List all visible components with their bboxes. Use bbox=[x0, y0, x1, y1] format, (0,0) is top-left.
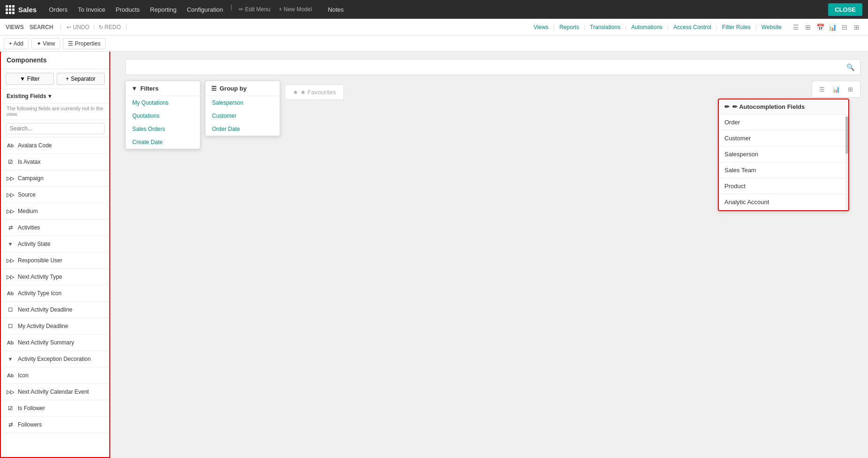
list-item[interactable]: Product bbox=[719, 178, 848, 194]
close-button[interactable]: CLOSE bbox=[828, 3, 862, 16]
list-item[interactable]: Analytic Account bbox=[719, 194, 848, 210]
list-item[interactable]: ☑ Is Avatax bbox=[1, 154, 109, 170]
nav-reporting[interactable]: Reporting bbox=[145, 3, 181, 16]
field-type-icon: ⇄ bbox=[6, 223, 15, 232]
list-item[interactable]: Salesperson bbox=[206, 96, 280, 109]
second-toolbar: VIEWS SEARCH ↩ UNDO | ↻ REDO Views | Rep… bbox=[0, 19, 868, 36]
calendar-view-icon[interactable]: 📅 bbox=[815, 22, 826, 33]
content-bar-icon[interactable]: 📊 bbox=[830, 83, 842, 95]
view-button[interactable]: ✦ View bbox=[31, 38, 60, 49]
field-type-icon: ☑ bbox=[6, 157, 15, 167]
nav-configuration[interactable]: Configuration bbox=[182, 3, 228, 16]
field-type-icon: ⇄ bbox=[6, 420, 15, 429]
separator-component-btn[interactable]: + Separator bbox=[57, 73, 105, 85]
autocomp-scroll-thumb bbox=[845, 116, 848, 154]
reports-link[interactable]: Reports bbox=[556, 22, 582, 32]
list-item[interactable]: ▷▷ Source bbox=[1, 187, 109, 203]
edit-menu-btn[interactable]: ✏ Edit Menu bbox=[235, 3, 274, 16]
views-label[interactable]: VIEWS bbox=[6, 24, 24, 31]
content-area: 🔍 ▼ Filters My QuotationsQuotationsSales… bbox=[110, 52, 868, 458]
list-item[interactable]: Quotations bbox=[126, 109, 200, 122]
field-item-label: Next Activity Deadline bbox=[18, 306, 72, 313]
list-item[interactable]: Ab Avalara Code bbox=[1, 137, 109, 154]
field-item-label: Source bbox=[18, 191, 36, 198]
field-type-icon: Ab bbox=[6, 289, 15, 298]
add-button[interactable]: + Add bbox=[4, 38, 29, 49]
list-item[interactable]: Create Date bbox=[126, 136, 200, 149]
list-item[interactable]: Customer bbox=[206, 109, 280, 122]
field-item-label: Is Avatax bbox=[18, 159, 40, 165]
app-title: Sales bbox=[18, 6, 37, 14]
list-item[interactable]: Ab Activity Type Icon bbox=[1, 285, 109, 302]
list-item[interactable]: ☑ Is Follower bbox=[1, 400, 109, 417]
list-item[interactable]: ▷▷ Next Activity Type bbox=[1, 269, 109, 285]
fields-search-input[interactable] bbox=[6, 123, 105, 134]
list-item[interactable]: ☐ Next Activity Deadline bbox=[1, 302, 109, 318]
content-view-icons: ☰ 📊 ⊞ bbox=[812, 81, 860, 98]
list-item[interactable]: ▷▷ Responsible User bbox=[1, 252, 109, 269]
properties-button[interactable]: ☰ Properties bbox=[63, 38, 106, 49]
notes-button[interactable]: Notes bbox=[323, 3, 349, 16]
content-grid-icon[interactable]: ⊞ bbox=[844, 83, 856, 95]
component-row: ▼ Filter + Separator bbox=[1, 69, 109, 89]
views-link[interactable]: Views bbox=[531, 22, 551, 32]
field-item-label: Activities bbox=[18, 224, 40, 231]
list-view-icon[interactable]: ☰ bbox=[790, 22, 801, 33]
search-preview-bar: 🔍 bbox=[125, 59, 860, 75]
list-item[interactable]: ▼ Activity Exception Decoration bbox=[1, 351, 109, 367]
field-item-label: Is Follower bbox=[18, 405, 45, 412]
list-item[interactable]: Sales Team bbox=[719, 162, 848, 178]
filter-dropdown: ▼ Filters My QuotationsQuotationsSales O… bbox=[125, 81, 200, 149]
list-item[interactable]: Order bbox=[719, 114, 848, 130]
list-item[interactable]: Order Date bbox=[206, 122, 280, 136]
star-icon: ★ bbox=[293, 89, 298, 96]
chevron-down-icon[interactable]: ▾ bbox=[48, 93, 51, 99]
list-item[interactable]: ☐ My Activity Deadline bbox=[1, 318, 109, 335]
field-item-label: Followers bbox=[18, 421, 42, 428]
grid-view-icon[interactable]: ⊞ bbox=[802, 22, 814, 33]
third-toolbar: + Add ✦ View ☰ Properties bbox=[0, 36, 868, 52]
field-item-label: Medium bbox=[18, 208, 38, 214]
website-link[interactable]: Website bbox=[759, 22, 784, 32]
translations-link[interactable]: Translations bbox=[587, 22, 623, 32]
field-item-label: Next Activity Calendar Event bbox=[18, 389, 89, 395]
autocomp-items-list: OrderCustomerSalespersonSales TeamProduc… bbox=[719, 114, 848, 210]
sidebar-title: Components bbox=[1, 52, 109, 69]
separator-icon: + bbox=[66, 76, 69, 82]
list-item[interactable]: ⇄ Activities bbox=[1, 220, 109, 236]
list-item[interactable]: ⇄ Followers bbox=[1, 417, 109, 433]
field-item-label: Icon bbox=[18, 372, 29, 379]
autocomp-scrollbar[interactable] bbox=[845, 116, 848, 210]
app-grid-icon[interactable] bbox=[6, 5, 15, 14]
autocomp-header: ✏ ✏ Autocompletion Fields bbox=[719, 99, 848, 114]
list-item[interactable]: Sales Orders bbox=[126, 122, 200, 136]
pivot-view-icon[interactable]: ⊟ bbox=[839, 22, 850, 33]
nav-orders[interactable]: Orders bbox=[44, 3, 72, 16]
access-control-link[interactable]: Access Control bbox=[670, 22, 714, 32]
filter-component-btn[interactable]: ▼ Filter bbox=[6, 73, 54, 85]
field-item-label: Campaign bbox=[18, 175, 44, 182]
automations-link[interactable]: Automations bbox=[628, 22, 665, 32]
chart-view-icon[interactable]: 📊 bbox=[827, 22, 838, 33]
list-item[interactable]: Customer bbox=[719, 130, 848, 146]
nav-products[interactable]: Products bbox=[111, 3, 144, 16]
undo-button[interactable]: ↩ UNDO bbox=[67, 24, 89, 31]
nav-separator: | bbox=[231, 3, 232, 16]
list-item[interactable]: My Quotations bbox=[126, 96, 200, 109]
left-sidebar: Components ▼ Filter + Separator Existing… bbox=[0, 52, 110, 458]
list-item[interactable]: Salesperson bbox=[719, 146, 848, 162]
list-item[interactable]: ▷▷ Next Activity Calendar Event bbox=[1, 384, 109, 400]
redo-button[interactable]: ↻ REDO bbox=[99, 24, 121, 31]
search-icon[interactable]: 🔍 bbox=[846, 63, 854, 71]
list-item[interactable]: ▼ Activity State bbox=[1, 236, 109, 252]
search-label[interactable]: SEARCH bbox=[30, 24, 53, 31]
content-list-icon[interactable]: ☰ bbox=[816, 83, 828, 95]
new-model-btn[interactable]: + New Model bbox=[275, 3, 315, 16]
filter-rules-link[interactable]: Filter Rules bbox=[719, 22, 754, 32]
list-item[interactable]: ▷▷ Campaign bbox=[1, 170, 109, 187]
list-item[interactable]: Ab Icon bbox=[1, 367, 109, 384]
kanban-view-icon[interactable]: ⊞ bbox=[851, 22, 862, 33]
nav-to-invoice[interactable]: To Invoice bbox=[73, 3, 110, 16]
list-item[interactable]: Ab Next Activity Summary bbox=[1, 335, 109, 351]
list-item[interactable]: ▷▷ Medium bbox=[1, 203, 109, 220]
